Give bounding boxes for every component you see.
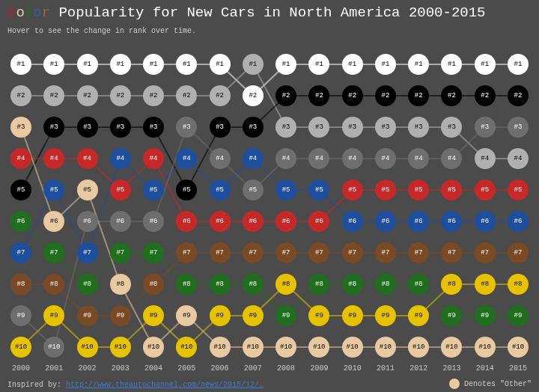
rank-node[interactable]: #5 — [441, 180, 462, 200]
rank-node[interactable]: #1 — [210, 54, 231, 75]
rank-node[interactable]: #8 — [110, 274, 131, 295]
rank-node[interactable]: #10 — [375, 337, 396, 358]
rank-node[interactable]: #8 — [275, 274, 296, 295]
rank-node[interactable]: #4 — [110, 148, 131, 169]
rank-node[interactable]: #10 — [243, 337, 264, 358]
rank-node[interactable]: #3 — [408, 117, 429, 138]
bump-chart[interactable]: #1#2#3#4#5#6#7#8#9#10#1#2#3#4#5#6#7#8#9#… — [6, 52, 533, 359]
rank-node[interactable]: #7 — [10, 242, 31, 263]
rank-node[interactable]: #7 — [43, 242, 64, 263]
rank-node[interactable]: #2 — [43, 85, 64, 106]
rank-node[interactable]: #2 — [475, 85, 496, 106]
rank-node[interactable]: #4 — [43, 148, 64, 169]
rank-node[interactable]: #9 — [110, 305, 131, 326]
rank-node[interactable]: #1 — [475, 54, 496, 75]
rank-node[interactable]: #5 — [210, 180, 231, 200]
rank-node[interactable]: #5 — [342, 180, 363, 200]
rank-node[interactable]: #9 — [408, 305, 429, 326]
rank-node[interactable]: #8 — [441, 274, 462, 295]
rank-node[interactable]: #4 — [342, 148, 363, 169]
rank-node[interactable]: #2 — [210, 85, 231, 106]
rank-node[interactable]: #7 — [375, 242, 396, 263]
rank-node[interactable]: #3 — [308, 117, 329, 138]
rank-node[interactable]: #7 — [275, 242, 296, 263]
footer-link[interactable]: http://www.theautochannel.com/news/2015/… — [66, 381, 264, 389]
rank-node[interactable]: #8 — [243, 274, 264, 295]
rank-node[interactable]: #7 — [243, 242, 264, 263]
rank-node[interactable]: #5 — [375, 180, 396, 200]
rank-node[interactable]: #3 — [176, 117, 197, 138]
rank-node[interactable]: #6 — [308, 211, 329, 232]
rank-node[interactable]: #6 — [375, 211, 396, 232]
rank-node[interactable]: #1 — [243, 54, 264, 75]
rank-node[interactable]: #2 — [342, 85, 363, 106]
rank-node[interactable]: #1 — [77, 54, 98, 75]
rank-node[interactable]: #4 — [441, 148, 462, 169]
rank-node[interactable]: #6 — [43, 211, 64, 232]
rank-node[interactable]: #8 — [210, 274, 231, 295]
rank-node[interactable]: #6 — [143, 211, 164, 232]
rank-node[interactable]: #9 — [342, 305, 363, 326]
rank-node[interactable]: #9 — [43, 305, 64, 326]
rank-node[interactable]: #4 — [275, 148, 296, 169]
rank-node[interactable]: #10 — [10, 337, 31, 358]
rank-node[interactable]: #2 — [441, 85, 462, 106]
rank-node[interactable]: #1 — [176, 54, 197, 75]
rank-node[interactable]: #1 — [10, 54, 31, 75]
rank-node[interactable]: #5 — [475, 180, 496, 200]
rank-node[interactable]: #8 — [508, 274, 529, 295]
rank-node[interactable]: #4 — [375, 148, 396, 169]
rank-node[interactable]: #9 — [375, 305, 396, 326]
rank-node[interactable]: #8 — [475, 274, 496, 295]
rank-node[interactable]: #2 — [143, 85, 164, 106]
rank-node[interactable]: #8 — [10, 274, 31, 295]
rank-node[interactable]: #10 — [210, 337, 231, 358]
rank-node[interactable]: #1 — [43, 54, 64, 75]
rank-node[interactable]: #3 — [475, 117, 496, 138]
rank-node[interactable]: #5 — [77, 180, 98, 200]
rank-node[interactable]: #7 — [143, 242, 164, 263]
rank-node[interactable]: #7 — [110, 242, 131, 263]
rank-node[interactable]: #6 — [176, 211, 197, 232]
rank-node[interactable]: #4 — [10, 148, 31, 169]
rank-node[interactable]: #1 — [508, 54, 529, 75]
rank-node[interactable]: #1 — [110, 54, 131, 75]
rank-node[interactable]: #3 — [441, 117, 462, 138]
rank-node[interactable]: #4 — [508, 148, 529, 169]
rank-node[interactable]: #9 — [275, 305, 296, 326]
rank-node[interactable]: #8 — [308, 274, 329, 295]
rank-node[interactable]: #3 — [143, 117, 164, 138]
rank-node[interactable]: #8 — [342, 274, 363, 295]
rank-node[interactable]: #9 — [176, 305, 197, 326]
rank-node[interactable]: #8 — [143, 274, 164, 295]
rank-node[interactable]: #7 — [342, 242, 363, 263]
rank-node[interactable]: #6 — [77, 211, 98, 232]
rank-node[interactable]: #6 — [508, 211, 529, 232]
rank-node[interactable]: #6 — [243, 211, 264, 232]
rank-node[interactable]: #1 — [308, 54, 329, 75]
rank-node[interactable]: #10 — [441, 337, 462, 358]
rank-node[interactable]: #3 — [375, 117, 396, 138]
rank-node[interactable]: #7 — [508, 242, 529, 263]
rank-node[interactable]: #2 — [176, 85, 197, 106]
rank-node[interactable]: #9 — [210, 305, 231, 326]
rank-node[interactable]: #4 — [408, 148, 429, 169]
rank-node[interactable]: #3 — [275, 117, 296, 138]
rank-node[interactable]: #9 — [475, 305, 496, 326]
rank-node[interactable]: #5 — [508, 180, 529, 200]
rank-node[interactable]: #3 — [210, 117, 231, 138]
rank-node[interactable]: #9 — [508, 305, 529, 326]
rank-node[interactable]: #8 — [43, 274, 64, 295]
rank-node[interactable]: #4 — [143, 148, 164, 169]
rank-node[interactable]: #10 — [143, 337, 164, 358]
rank-node[interactable]: #4 — [210, 148, 231, 169]
rank-node[interactable]: #4 — [475, 148, 496, 169]
rank-node[interactable]: #3 — [77, 117, 98, 138]
rank-node[interactable]: #2 — [375, 85, 396, 106]
rank-node[interactable]: #8 — [408, 274, 429, 295]
rank-node[interactable]: #5 — [10, 180, 31, 200]
rank-node[interactable]: #5 — [176, 180, 197, 200]
rank-node[interactable]: #2 — [408, 85, 429, 106]
rank-node[interactable]: #3 — [110, 117, 131, 138]
rank-node[interactable]: #10 — [275, 337, 296, 358]
